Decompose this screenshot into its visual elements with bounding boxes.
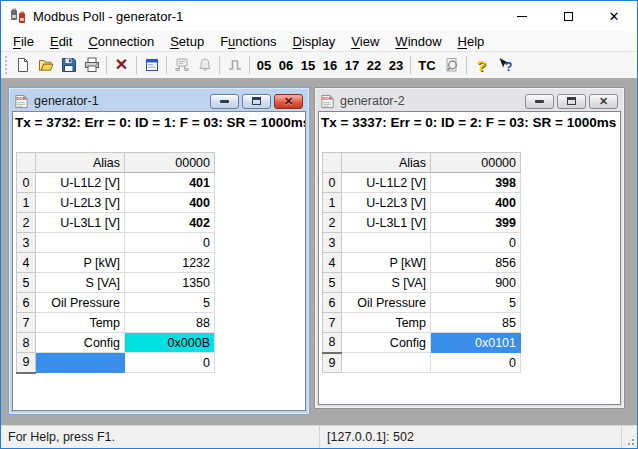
value-cell[interactable]: 5 (431, 293, 521, 313)
row-number-cell[interactable]: 1 (17, 193, 36, 213)
row-number-cell[interactable]: 9 (323, 353, 342, 373)
communication-traffic-button[interactable] (170, 54, 193, 76)
value-cell[interactable]: 0x0101 (431, 333, 521, 353)
row-number-cell[interactable]: 3 (323, 233, 342, 253)
row-number-cell[interactable]: 8 (323, 333, 342, 353)
child-restore-button[interactable] (242, 94, 271, 109)
row-number-cell[interactable]: 9 (17, 353, 36, 373)
corner-cell[interactable] (17, 153, 36, 173)
minimize-button[interactable] (499, 1, 545, 31)
row-number-cell[interactable]: 5 (17, 273, 36, 293)
value-cell[interactable]: 5 (125, 293, 215, 313)
function-code-05-button[interactable]: 05 (253, 54, 275, 76)
row-number-cell[interactable]: 6 (323, 293, 342, 313)
alias-column-header[interactable]: Alias (342, 153, 431, 173)
row-number-cell[interactable]: 2 (323, 213, 342, 233)
print-button[interactable] (80, 54, 103, 76)
test-center-button[interactable]: TC (414, 54, 440, 76)
resize-grip[interactable] (622, 426, 637, 448)
value-cell[interactable]: 401 (125, 173, 215, 193)
value-cell[interactable]: 88 (125, 313, 215, 333)
alias-cell[interactable]: U-L1L2 [V] (342, 173, 431, 193)
alias-cell[interactable]: U-L1L2 [V] (36, 173, 125, 193)
context-help-button[interactable]: ? (493, 54, 516, 76)
alias-cell[interactable] (342, 233, 431, 253)
value-cell[interactable]: 856 (431, 253, 521, 273)
alias-cell[interactable]: S [VA] (36, 273, 125, 293)
open-file-button[interactable] (34, 54, 57, 76)
alarm-button[interactable] (193, 54, 216, 76)
menu-connection[interactable]: Connection (80, 31, 162, 51)
child-minimize-button[interactable] (525, 94, 554, 109)
row-number-cell[interactable]: 7 (17, 313, 36, 333)
child-title-bar[interactable]: DOC generator-2 ✕ (318, 91, 621, 111)
row-number-cell[interactable]: 4 (17, 253, 36, 273)
alias-cell[interactable]: Oil Pressure (36, 293, 125, 313)
row-number-cell[interactable]: 1 (323, 193, 342, 213)
value-cell[interactable]: 400 (431, 193, 521, 213)
alias-cell[interactable]: U-L3L1 [V] (36, 213, 125, 233)
row-number-cell[interactable]: 8 (17, 333, 36, 353)
alias-cell[interactable]: Config (36, 333, 125, 353)
close-button[interactable]: ✕ (591, 1, 637, 31)
alias-cell[interactable]: U-L2L3 [V] (36, 193, 125, 213)
single-poll-button[interactable] (223, 54, 246, 76)
new-file-button[interactable] (11, 54, 34, 76)
values-column-header[interactable]: 00000 (125, 153, 215, 173)
function-code-23-button[interactable]: 23 (385, 54, 407, 76)
save-button[interactable] (57, 54, 80, 76)
alias-cell[interactable] (36, 353, 125, 373)
read-write-definition-button[interactable] (140, 54, 163, 76)
value-cell[interactable]: 1232 (125, 253, 215, 273)
function-code-16-button[interactable]: 16 (319, 54, 341, 76)
communication-log-button[interactable] (440, 54, 463, 76)
row-number-cell[interactable]: 0 (17, 173, 36, 193)
value-cell[interactable]: 0 (125, 233, 215, 253)
row-number-cell[interactable]: 0 (323, 173, 342, 193)
alias-cell[interactable]: Temp (342, 313, 431, 333)
row-number-cell[interactable]: 2 (17, 213, 36, 233)
value-cell[interactable]: 0x000B (125, 333, 215, 353)
value-cell[interactable]: 0 (125, 353, 215, 373)
value-cell[interactable]: 402 (125, 213, 215, 233)
menu-functions[interactable]: Functions (212, 31, 284, 51)
toolbar-grip[interactable] (4, 55, 8, 75)
value-cell[interactable]: 900 (431, 273, 521, 293)
row-number-cell[interactable]: 7 (323, 313, 342, 333)
menu-help[interactable]: Help (450, 31, 493, 51)
row-number-cell[interactable]: 5 (323, 273, 342, 293)
menu-display[interactable]: Display (285, 31, 344, 51)
cancel-poll-button[interactable]: ✕ (110, 54, 133, 76)
child-restore-button[interactable] (557, 94, 586, 109)
about-help-button[interactable]: ? (470, 54, 493, 76)
alias-cell[interactable]: U-L3L1 [V] (342, 213, 431, 233)
alias-cell[interactable]: P [kW] (36, 253, 125, 273)
value-cell[interactable]: 398 (431, 173, 521, 193)
menu-window[interactable]: Window (387, 31, 449, 51)
child-close-button[interactable]: ✕ (274, 94, 303, 109)
function-code-17-button[interactable]: 17 (341, 54, 363, 76)
alias-cell[interactable]: S [VA] (342, 273, 431, 293)
maximize-button[interactable] (545, 1, 591, 31)
child-title-bar[interactable]: DOC generator-1 ✕ (12, 91, 306, 111)
child-close-button[interactable]: ✕ (589, 94, 618, 109)
value-cell[interactable]: 0 (431, 233, 521, 253)
value-cell[interactable]: 399 (431, 213, 521, 233)
value-cell[interactable]: 1350 (125, 273, 215, 293)
value-cell[interactable]: 400 (125, 193, 215, 213)
row-number-cell[interactable]: 6 (17, 293, 36, 313)
menu-edit[interactable]: Edit (42, 31, 80, 51)
menu-view[interactable]: View (343, 31, 387, 51)
menu-setup[interactable]: Setup (162, 31, 212, 51)
alias-cell[interactable]: Config (342, 333, 431, 353)
function-code-22-button[interactable]: 22 (363, 54, 385, 76)
function-code-06-button[interactable]: 06 (275, 54, 297, 76)
value-cell[interactable]: 0 (431, 353, 521, 373)
row-number-cell[interactable]: 3 (17, 233, 36, 253)
function-code-15-button[interactable]: 15 (297, 54, 319, 76)
alias-column-header[interactable]: Alias (36, 153, 125, 173)
alias-cell[interactable]: P [kW] (342, 253, 431, 273)
alias-cell[interactable] (342, 353, 431, 373)
alias-cell[interactable] (36, 233, 125, 253)
values-column-header[interactable]: 00000 (431, 153, 521, 173)
